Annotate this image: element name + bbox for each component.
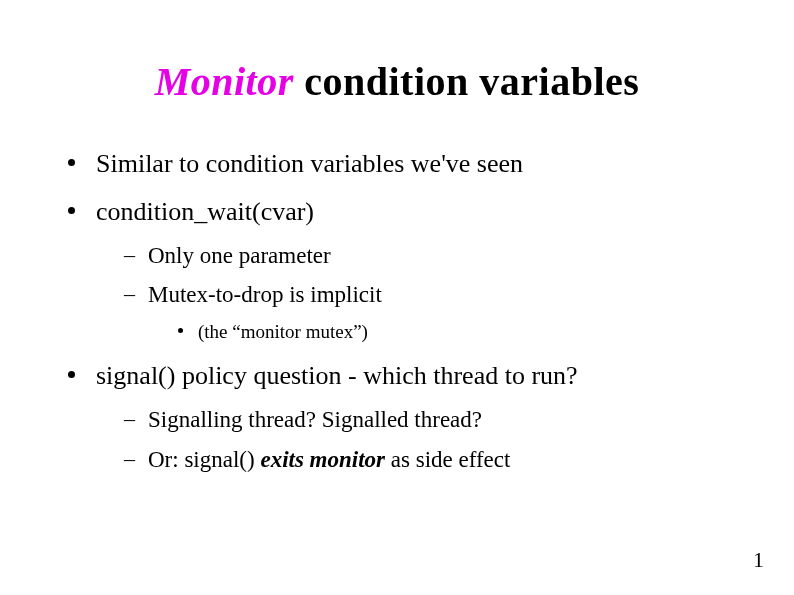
title-accent: Monitor [155,59,294,104]
bullet-text: signal() policy question - which thread … [96,361,578,390]
sub-bullet-item: Or: signal() exits monitor as side effec… [124,445,734,475]
title-rest: condition variables [294,59,640,104]
bullet-text: condition_wait(cvar) [96,197,314,226]
sub-bullet-text: Only one parameter [148,243,331,268]
slide-title: Monitor condition variables [60,58,734,105]
subsub-bullet-text: (the “monitor mutex”) [198,321,368,342]
sub-bullet-list: Signalling thread? Signalled thread? Or:… [124,405,734,475]
sub-bullet-text-pre: Or: signal() [148,447,260,472]
sub-bullet-text: Mutex-to-drop is implicit [148,282,382,307]
sub-bullet-text-post: as side effect [385,447,510,472]
bullet-text: Similar to condition variables we've see… [96,149,523,178]
subsub-bullet-list: (the “monitor mutex”) [178,320,734,345]
page-number: 1 [753,547,764,573]
sub-bullet-text-em: exits monitor [260,447,385,472]
bullet-item: Similar to condition variables we've see… [68,147,734,181]
subsub-bullet-item: (the “monitor mutex”) [178,320,734,345]
slide: Monitor condition variables Similar to c… [0,0,794,475]
sub-bullet-item: Mutex-to-drop is implicit (the “monitor … [124,280,734,345]
slide-content: Similar to condition variables we've see… [60,147,734,475]
sub-bullet-item: Signalling thread? Signalled thread? [124,405,734,435]
bullet-item: condition_wait(cvar) Only one parameter … [68,195,734,345]
bullet-item: signal() policy question - which thread … [68,359,734,475]
sub-bullet-item: Only one parameter [124,241,734,271]
sub-bullet-list: Only one parameter Mutex-to-drop is impl… [124,241,734,345]
bullet-list: Similar to condition variables we've see… [68,147,734,475]
sub-bullet-text: Signalling thread? Signalled thread? [148,407,482,432]
